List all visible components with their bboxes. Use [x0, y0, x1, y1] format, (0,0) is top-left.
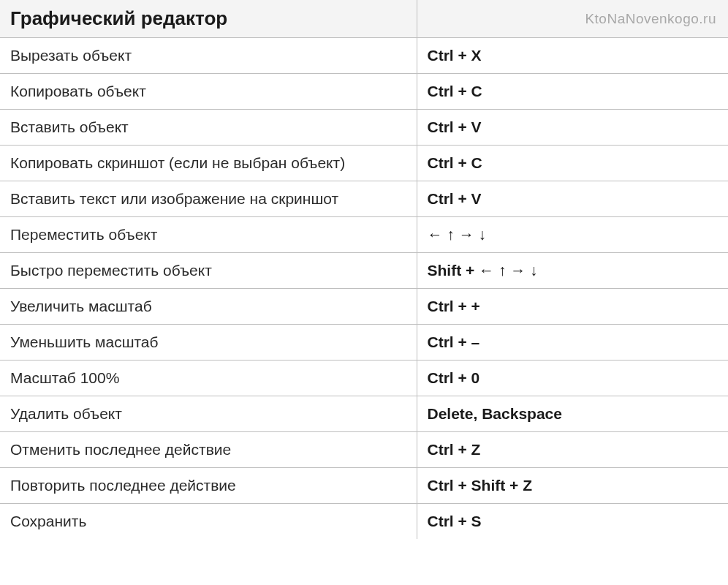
table-row: Вставить текст или изображение на скринш…: [0, 181, 728, 217]
shortcut-cell: Ctrl + 0: [417, 361, 728, 396]
action-cell: Масштаб 100%: [0, 361, 417, 396]
shortcut-cell: Ctrl + +: [417, 289, 728, 325]
action-cell: Сохранить: [0, 504, 417, 540]
action-cell: Повторить последнее действие: [0, 468, 417, 504]
shortcut-cell: Ctrl + S: [417, 504, 728, 540]
table-row: Быстро переместить объект Shift + ← ↑ → …: [0, 253, 728, 289]
shortcut-cell: Ctrl + C: [417, 74, 728, 110]
table-row: Копировать скриншот (если не выбран объе…: [0, 146, 728, 181]
table-row: Отменить последнее действие Ctrl + Z: [0, 432, 728, 468]
shortcut-cell: Ctrl + X: [417, 38, 728, 74]
table-row: Копировать объект Ctrl + C: [0, 74, 728, 110]
action-cell: Переместить объект: [0, 217, 417, 253]
shortcut-cell: Ctrl + Z: [417, 432, 728, 468]
watermark: KtoNaNovenkogo.ru: [417, 0, 728, 38]
shortcut-cell: Ctrl + –: [417, 325, 728, 361]
table-row: Переместить объект ← ↑ → ↓: [0, 217, 728, 253]
shortcuts-table: Графический редактор KtoNaNovenkogo.ru В…: [0, 0, 728, 539]
table-row: Уменьшить масштаб Ctrl + –: [0, 325, 728, 361]
table-row: Вырезать объект Ctrl + X: [0, 38, 728, 74]
action-cell: Удалить объект: [0, 396, 417, 432]
shortcut-cell: ← ↑ → ↓: [417, 217, 728, 253]
table-header-title: Графический редактор: [0, 0, 417, 38]
shortcut-cell: Ctrl + V: [417, 181, 728, 217]
action-cell: Вставить объект: [0, 110, 417, 146]
table-row: Вставить объект Ctrl + V: [0, 110, 728, 146]
shortcut-cell: Shift + ← ↑ → ↓: [417, 253, 728, 289]
action-cell: Копировать скриншот (если не выбран объе…: [0, 146, 417, 181]
action-cell: Копировать объект: [0, 74, 417, 110]
action-cell: Увеличить масштаб: [0, 289, 417, 325]
table-row: Удалить объект Delete, Backspace: [0, 396, 728, 432]
table-row: Сохранить Ctrl + S: [0, 504, 728, 540]
table-row: Масштаб 100% Ctrl + 0: [0, 361, 728, 396]
action-cell: Вставить текст или изображение на скринш…: [0, 181, 417, 217]
shortcut-cell: Ctrl + V: [417, 110, 728, 146]
table-row: Увеличить масштаб Ctrl + +: [0, 289, 728, 325]
shortcut-cell: Ctrl + C: [417, 146, 728, 181]
shortcut-cell: Delete, Backspace: [417, 396, 728, 432]
action-cell: Уменьшить масштаб: [0, 325, 417, 361]
action-cell: Отменить последнее действие: [0, 432, 417, 468]
shortcut-cell: Ctrl + Shift + Z: [417, 468, 728, 504]
action-cell: Вырезать объект: [0, 38, 417, 74]
action-cell: Быстро переместить объект: [0, 253, 417, 289]
table-row: Повторить последнее действие Ctrl + Shif…: [0, 468, 728, 504]
